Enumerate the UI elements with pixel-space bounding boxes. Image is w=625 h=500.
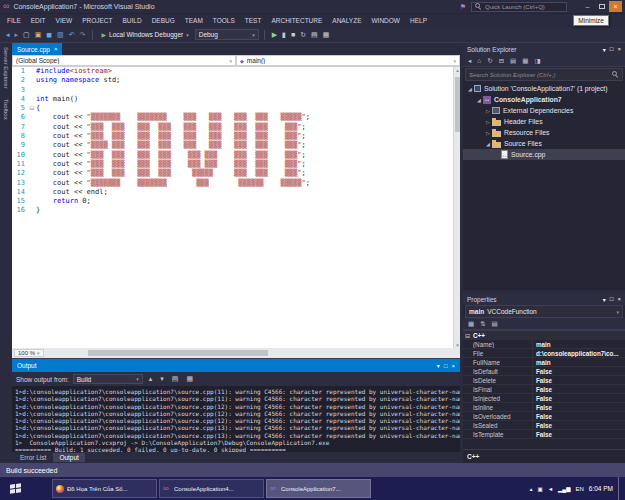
properties-header[interactable]: Properties ▾ □ ×: [463, 293, 625, 305]
property-row-issealed[interactable]: IsSealedFalse: [463, 421, 625, 430]
fold-box-icon[interactable]: ⊟: [28, 104, 36, 113]
properties-object-dropdown[interactable]: main VCCodeFunction ▾: [465, 305, 623, 318]
pin-icon[interactable]: □: [444, 363, 448, 369]
collapse-all-icon[interactable]: ⊟: [498, 57, 505, 65]
code-editor[interactable]: 1#include<iostream>2using namespace std;…: [12, 67, 460, 348]
output-panel-header[interactable]: Output ▾ □ ×: [12, 359, 460, 372]
close-icon[interactable]: ×: [617, 46, 621, 52]
find-in-files-icon[interactable]: ▤: [309, 31, 320, 39]
menu-test[interactable]: TEST: [240, 17, 267, 24]
menu-help[interactable]: HELP: [405, 17, 432, 24]
home-icon[interactable]: ⌂: [476, 57, 482, 64]
close-button[interactable]: ×: [609, 1, 622, 12]
keyboard-icon[interactable]: ▣: [537, 486, 542, 492]
toggle-word-wrap-icon[interactable]: ▦: [184, 375, 195, 383]
pin-icon[interactable]: □: [610, 296, 614, 302]
solution-explorer-header[interactable]: Solution Explorer ▾ □ ×: [463, 43, 625, 55]
back-icon[interactable]: ◂: [467, 57, 472, 65]
step-over-icon[interactable]: ↻: [298, 31, 308, 39]
menu-build[interactable]: BUILD: [118, 17, 147, 24]
expander-icon[interactable]: ◢: [475, 97, 483, 103]
tree-item-resource-files[interactable]: ▷Resource Files: [463, 127, 625, 138]
start-button[interactable]: [2, 477, 28, 500]
tab-output[interactable]: Output: [53, 453, 85, 462]
tree-item-consoleapplication7[interactable]: ◢ConsoleApplication7: [463, 94, 625, 105]
new-file-icon[interactable]: ▢: [21, 31, 32, 39]
close-tab-icon[interactable]: ×: [54, 46, 58, 52]
tree-item-header-files[interactable]: ▷Header Files: [463, 116, 625, 127]
undo-icon[interactable]: ↶: [67, 31, 77, 39]
output-source-dropdown[interactable]: Build ▾: [73, 374, 143, 384]
property-row-name[interactable]: (Name)main: [463, 340, 625, 349]
quick-launch-input[interactable]: Quick Launch (Ctrl+Q): [471, 2, 567, 12]
menu-window[interactable]: WINDOW: [366, 17, 405, 24]
network-icon[interactable]: ▂▄▆: [558, 486, 570, 492]
next-message-icon[interactable]: ▾: [158, 375, 166, 383]
save-icon[interactable]: ◼: [44, 31, 54, 39]
menu-team[interactable]: TEAM: [180, 17, 208, 24]
language-indicator[interactable]: EN: [575, 486, 583, 492]
clock[interactable]: 6:04 PM: [589, 485, 613, 492]
attach-icon[interactable]: ▶: [270, 31, 279, 39]
show-desktop-button[interactable]: [618, 477, 621, 500]
preview-selected-icon[interactable]: ◨: [533, 57, 541, 65]
menu-view[interactable]: VIEW: [51, 17, 78, 24]
tree-item-source-cpp[interactable]: Source.cpp: [463, 149, 625, 160]
editor-horizontal-scrollbar[interactable]: [48, 350, 458, 356]
property-row-isinline[interactable]: IsInlineFalse: [463, 403, 625, 412]
output-log[interactable]: 1>d:\consoleapplication7\consoleapplicat…: [12, 386, 460, 452]
window-position-icon[interactable]: ▾: [603, 46, 606, 53]
open-file-icon[interactable]: ▣: [33, 31, 44, 39]
solution-configuration-dropdown[interactable]: Debug ▾: [195, 29, 259, 40]
volume-icon[interactable]: ◄: [548, 486, 553, 492]
taskbar-button-h-a-tr-n-c-a-s[interactable]: Đồ Họa Trên Của Sổ...: [52, 479, 157, 498]
expander-icon[interactable]: ▷: [484, 130, 492, 136]
pin-icon[interactable]: □: [610, 46, 614, 52]
start-debugging-button[interactable]: ▶ Local Windows Debugger ▾: [98, 31, 191, 38]
scrollbar-thumb[interactable]: [88, 350, 268, 356]
refresh-icon[interactable]: ↻: [486, 57, 493, 65]
zoom-control[interactable]: 100 % ▾: [14, 349, 44, 357]
editor-vertical-scrollbar[interactable]: ▴ ▾: [453, 67, 460, 348]
minimize-button[interactable]: –: [581, 1, 594, 12]
property-pages-icon[interactable]: ▤: [491, 320, 499, 328]
expander-icon[interactable]: ◢: [484, 141, 492, 147]
save-all-icon[interactable]: ▥: [55, 31, 66, 39]
window-position-icon[interactable]: ▾: [437, 362, 440, 369]
property-row-fullname[interactable]: FullNamemain: [463, 358, 625, 367]
tree-item-solution-consoleapplication7-1-project[interactable]: ◢Solution 'ConsoleApplication7' (1 proje…: [463, 83, 625, 94]
show-all-files-icon[interactable]: ▤: [509, 57, 517, 65]
break-all-icon[interactable]: ▮: [280, 31, 288, 39]
menu-debug[interactable]: DEBUG: [147, 17, 180, 24]
properties-section-header[interactable]: C++: [463, 331, 625, 340]
scroll-down-icon[interactable]: ▾: [454, 342, 460, 348]
hidden-icons-icon[interactable]: ▴: [530, 486, 533, 492]
solution-explorer-search-input[interactable]: Search Solution Explorer (Ctrl+;): [465, 68, 623, 81]
tree-item-external-dependencies[interactable]: ▷External Dependencies: [463, 105, 625, 116]
menu-file[interactable]: FILE: [2, 17, 26, 24]
expander-icon[interactable]: ◢: [466, 86, 474, 92]
scope-dropdown[interactable]: (Global Scope) ▾: [12, 55, 236, 66]
tab-error-list[interactable]: Error List: [14, 453, 52, 462]
menu-project[interactable]: PROJECT: [77, 17, 117, 24]
scrollbar-thumb[interactable]: [455, 77, 460, 132]
redo-icon[interactable]: ↷: [78, 31, 88, 39]
navigate-forward-icon[interactable]: ▸: [13, 31, 21, 39]
previous-message-icon[interactable]: ▴: [147, 375, 155, 383]
categorized-icon[interactable]: ▦: [467, 320, 475, 328]
member-dropdown[interactable]: ◆ main() ▾: [236, 55, 460, 66]
taskbar-button-consoleapplication7[interactable]: ∞ConsoleApplication7...: [266, 479, 371, 498]
expander-icon[interactable]: ▷: [484, 108, 492, 114]
property-row-isoverloaded[interactable]: IsOverloadedFalse: [463, 412, 625, 421]
side-tab-toolbox[interactable]: Toolbox: [3, 99, 9, 120]
command-window-icon[interactable]: ▦: [321, 31, 332, 39]
restore-button[interactable]: [595, 1, 608, 12]
taskbar-button-consoleapplication4[interactable]: ∞ConsoleApplication4...: [159, 479, 264, 498]
navigate-back-icon[interactable]: ◂: [4, 31, 12, 39]
menu-edit[interactable]: EDIT: [26, 17, 51, 24]
property-row-isfinal[interactable]: IsFinalFalse: [463, 385, 625, 394]
property-row-isdelete[interactable]: IsDeleteFalse: [463, 376, 625, 385]
menu-architecture[interactable]: ARCHITECTURE: [266, 17, 327, 24]
window-position-icon[interactable]: ▾: [603, 296, 606, 303]
clear-all-icon[interactable]: ▤: [170, 375, 181, 383]
